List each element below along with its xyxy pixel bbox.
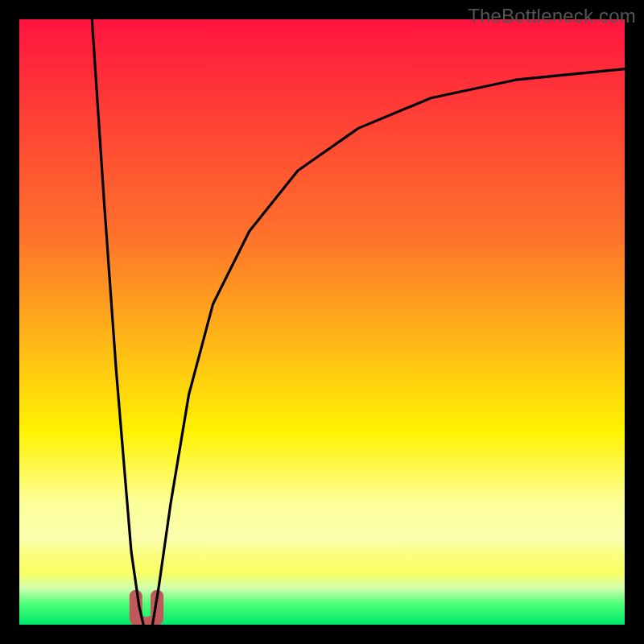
chart-svg bbox=[19, 19, 625, 625]
chart-frame: TheBottleneck.com bbox=[0, 0, 644, 644]
chart-plot-area bbox=[19, 19, 625, 625]
watermark-text: TheBottleneck.com bbox=[468, 5, 636, 27]
chart-background bbox=[19, 19, 625, 625]
